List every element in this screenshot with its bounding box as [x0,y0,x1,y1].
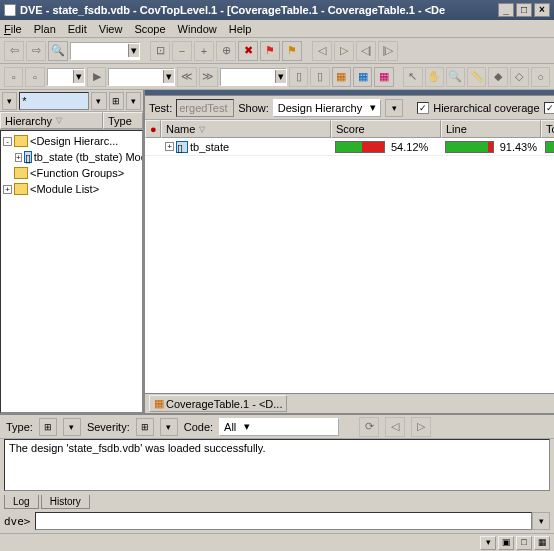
expand-icon[interactable]: - [3,137,12,146]
view-toggle-icon[interactable]: ⊞ [109,92,124,110]
log-tab[interactable]: Log [4,495,39,509]
tree-node[interactable]: -<Design Hierarc... [3,133,140,149]
menu-view[interactable]: View [99,23,123,35]
reuse-checkbox[interactable]: ✓ [544,102,554,114]
combo-c[interactable] [220,68,287,86]
hierarchy-filter-input[interactable] [19,92,89,110]
console-next-icon[interactable]: ▷ [411,417,431,437]
combo-b[interactable] [108,68,175,86]
ruler-icon[interactable]: 📏 [467,67,486,87]
prompt-label: dve> [4,515,31,528]
table-header: ● Name▽ Score Line To [145,120,554,138]
type-toggle[interactable]: ⊞ [39,418,57,436]
menu-scope[interactable]: Scope [134,23,165,35]
type-dd-icon[interactable]: ▾ [63,418,81,436]
tool-a-icon[interactable]: ▫ [4,67,23,87]
tree-node[interactable]: +<Module List> [3,181,140,197]
show-dd-icon[interactable]: ▾ [385,99,403,117]
col-hierarchy[interactable]: Hierarchy▽ [0,112,103,129]
status-collapse-icon[interactable]: ▾ [480,536,496,550]
last-icon[interactable]: |▷ [378,41,398,61]
maximize-button[interactable]: □ [516,3,532,17]
console-output: The design 'state_fsdb.vdb' was loaded s… [4,439,550,491]
status-grid-icon[interactable]: ▦ [534,536,550,550]
expand-icon[interactable]: + [15,153,22,162]
line-bar [445,141,494,153]
next-icon[interactable]: ▷ [334,41,354,61]
hierarchical-label: Hierarchical coverage [433,102,539,114]
flag-red-icon[interactable]: ⚑ [260,41,280,61]
tool-b-icon[interactable]: ▫ [25,67,44,87]
back-icon[interactable]: ⇦ [4,41,24,61]
col-status[interactable]: ● [145,120,161,138]
minimize-button[interactable]: _ [498,3,514,17]
lens-icon[interactable]: 🔍 [446,67,465,87]
align-r-icon[interactable]: ≫ [199,67,218,87]
dropdown-icon[interactable]: ▾ [2,92,17,110]
forward-icon[interactable]: ⇨ [26,41,46,61]
mark-icon[interactable]: ◆ [488,67,507,87]
combo-a[interactable] [47,68,85,86]
window-title: DVE - state_fsdb.vdb - CovTopLevel.1 - [… [20,4,445,16]
show-dropdown[interactable]: Design Hierarchy [273,99,381,117]
tree-node[interactable]: +▯tb_state (tb_state) Module [3,149,140,165]
statusbar: ▾ ▣ □ ▦ [0,533,554,551]
col-type[interactable]: Type [103,112,143,129]
expand-icon[interactable]: + [3,185,12,194]
score-bar [335,141,385,153]
bv-icon[interactable]: ▯ [310,67,329,87]
close-button[interactable]: × [534,3,550,17]
grid1-icon[interactable]: ▦ [332,67,351,87]
menu-edit[interactable]: Edit [68,23,87,35]
toolbar-2: ▫ ▫ ▶ ≪ ≫ ▯ ▯ ▦ ▦ ▦ ↖ ✋ 🔍 📏 ◆ ◇ ○ [0,64,554,90]
status-detach-icon[interactable]: ▣ [498,536,514,550]
show-label: Show: [238,102,269,114]
history-tab[interactable]: History [41,495,90,509]
target-icon[interactable]: ⊕ [216,41,236,61]
col-line[interactable]: Line [441,120,541,138]
grid3-icon[interactable]: ▦ [374,67,393,87]
test-field: ergedTest [176,99,234,117]
severity-dd-icon[interactable]: ▾ [160,418,178,436]
hierarchical-checkbox[interactable]: ✓ [417,102,429,114]
view-dd-icon[interactable]: ▾ [126,92,141,110]
menu-window[interactable]: Window [178,23,217,35]
flag-yellow-icon[interactable]: ⚑ [282,41,302,61]
severity-toggle[interactable]: ⊞ [136,418,154,436]
binoculars-icon[interactable]: 🔍 [48,41,68,61]
console-prev-icon[interactable]: ◁ [385,417,405,437]
zoom-in-icon[interactable]: + [194,41,214,61]
tree-node[interactable]: <Function Groups> [3,165,140,181]
mark3-icon[interactable]: ○ [531,67,550,87]
expand-icon[interactable]: + [165,142,174,151]
score-value: 54.12% [391,141,428,153]
col-to[interactable]: To [541,120,554,138]
folder-icon [14,183,28,195]
align-l-icon[interactable]: ≪ [177,67,196,87]
col-score[interactable]: Score [331,120,441,138]
hand-icon[interactable]: ✋ [425,67,444,87]
cursor-icon[interactable]: ↖ [403,67,422,87]
status-box-icon[interactable]: □ [516,536,532,550]
command-input[interactable] [35,512,533,530]
cmd-dd-icon[interactable]: ▾ [532,512,550,530]
menu-help[interactable]: Help [229,23,252,35]
table-row[interactable]: +▯tb_state 54.12% 91.43% [145,138,554,156]
search-combo[interactable] [70,42,140,60]
coverage-tab[interactable]: ▦CoverageTable.1 - <D... [149,395,287,412]
refresh-icon[interactable]: ⟳ [359,417,379,437]
prev-icon[interactable]: ◁ [312,41,332,61]
menu-file[interactable]: FFileile [4,23,22,35]
zoom-fit-icon[interactable]: ⊡ [150,41,170,61]
code-dropdown[interactable]: All [219,418,339,436]
filter-dd-icon[interactable]: ▾ [91,92,106,110]
menu-plan[interactable]: Plan [34,23,56,35]
col-name[interactable]: Name▽ [161,120,331,138]
av-icon[interactable]: ▯ [289,67,308,87]
mark2-icon[interactable]: ◇ [510,67,529,87]
first-icon[interactable]: ◁| [356,41,376,61]
zoom-out-icon[interactable]: − [172,41,192,61]
grid2-icon[interactable]: ▦ [353,67,372,87]
step-icon[interactable]: ▶ [87,67,106,87]
stop-icon[interactable]: ✖ [238,41,258,61]
